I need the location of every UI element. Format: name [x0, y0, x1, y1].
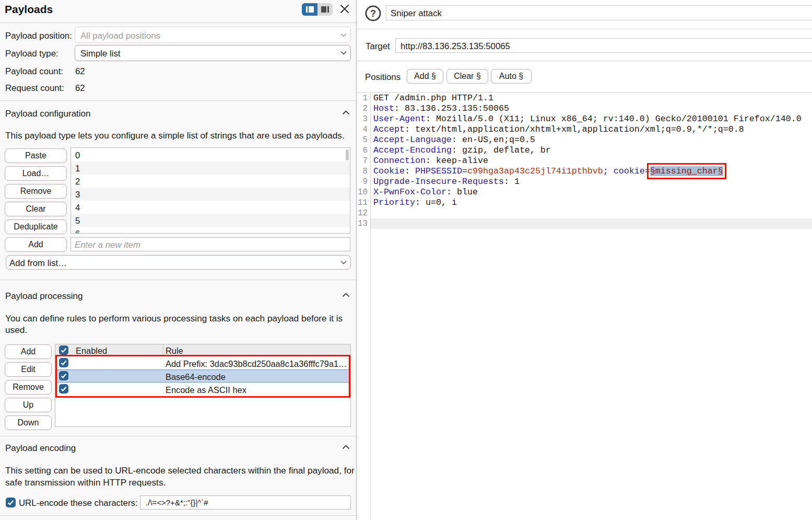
svg-text:?: ?: [370, 8, 376, 19]
